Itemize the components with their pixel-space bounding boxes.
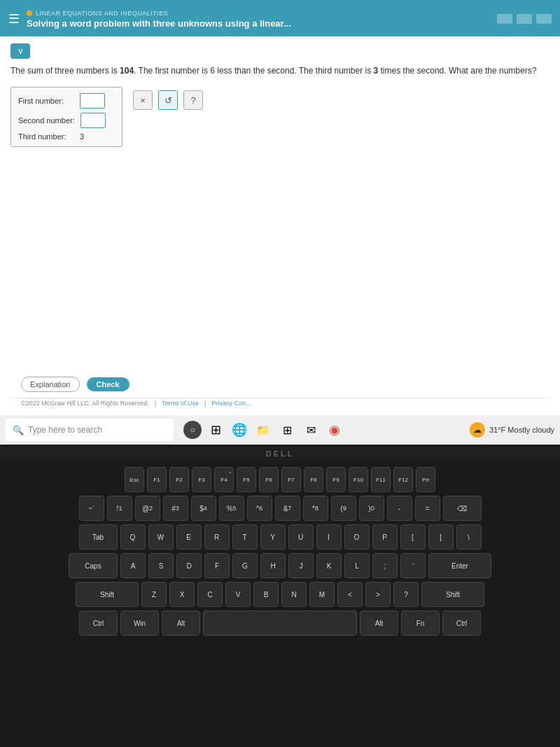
key-z[interactable]: Z	[141, 582, 167, 607]
taskbar-task-view[interactable]: ⊞	[206, 420, 225, 440]
key-tilde[interactable]: ~`	[79, 496, 104, 521]
key-v[interactable]: V	[225, 582, 251, 607]
second-number-row: Second number:	[18, 113, 115, 128]
key-3[interactable]: #3	[163, 496, 188, 521]
key-lbracket[interactable]: [	[400, 524, 426, 550]
key-f5[interactable]: F5	[237, 467, 256, 492]
key-win[interactable]: Win	[120, 610, 159, 636]
key-f6[interactable]: F6	[259, 467, 279, 492]
key-q[interactable]: Q	[120, 524, 146, 550]
search-bar[interactable]: 🔍 Type here to search	[6, 419, 174, 441]
key-semicolon[interactable]: ;	[372, 553, 398, 578]
key-f7[interactable]: F7	[281, 467, 301, 492]
key-enter[interactable]: Enter	[428, 553, 491, 578]
answer-area: First number: Second number: Third numbe…	[10, 87, 550, 147]
key-j[interactable]: J	[288, 553, 314, 578]
key-backspace[interactable]: ⌫	[443, 496, 482, 521]
key-k[interactable]: K	[316, 553, 342, 578]
key-r[interactable]: R	[204, 524, 230, 550]
key-6[interactable]: ^6	[247, 496, 272, 521]
key-f11[interactable]: F11	[371, 467, 391, 492]
taskbar-mail-icon[interactable]: ✉	[301, 420, 321, 440]
expand-button[interactable]: ∨	[10, 43, 30, 59]
top-bar-content: LINEAR EQUATIONS AND INEQUALITIES Solvin…	[27, 10, 490, 29]
key-rctrl[interactable]: Ctrl	[442, 610, 481, 636]
key-rshift[interactable]: Shift	[421, 582, 484, 607]
key-f4[interactable]: F4•	[214, 467, 234, 492]
second-number-input[interactable]	[80, 113, 106, 128]
laptop-logo: DELL	[0, 449, 560, 458]
key-minus[interactable]: -	[387, 496, 412, 521]
key-y[interactable]: Y	[260, 524, 286, 550]
key-g[interactable]: G	[232, 553, 258, 578]
key-7[interactable]: &7	[275, 496, 300, 521]
key-l[interactable]: L	[344, 553, 370, 578]
undo-action-button[interactable]: ↺	[158, 90, 178, 110]
key-i[interactable]: I	[316, 524, 342, 550]
key-x[interactable]: X	[169, 582, 195, 607]
key-rbracket[interactable]: ]	[428, 524, 454, 550]
key-0[interactable]: )0	[359, 496, 384, 521]
key-u[interactable]: U	[288, 524, 314, 550]
key-5[interactable]: %5	[219, 496, 244, 521]
key-f1[interactable]: F1	[147, 467, 167, 492]
key-e[interactable]: E	[176, 524, 202, 550]
key-ralt[interactable]: Alt	[360, 610, 398, 636]
key-lctrl[interactable]: Ctrl	[79, 610, 118, 636]
key-c[interactable]: C	[197, 582, 223, 607]
help-action-button[interactable]: ?	[183, 90, 203, 110]
explanation-button[interactable]: Explanation	[21, 377, 80, 392]
key-comma[interactable]: <	[337, 582, 363, 607]
key-f2[interactable]: F2	[169, 467, 189, 492]
win-close[interactable]	[536, 14, 552, 24]
win-maximize[interactable]	[517, 14, 532, 24]
key-f12[interactable]: F12	[393, 467, 413, 492]
key-prt[interactable]: Prt	[416, 467, 435, 492]
key-backslash[interactable]: \	[456, 524, 482, 550]
key-w[interactable]: W	[148, 524, 174, 550]
key-8[interactable]: *8	[303, 496, 328, 521]
key-o[interactable]: O	[344, 524, 370, 550]
terms-link[interactable]: Terms of Use	[162, 400, 199, 407]
key-space[interactable]	[203, 610, 357, 636]
taskbar-file-explorer[interactable]: 📁	[253, 420, 273, 440]
win-minimize[interactable]	[497, 14, 512, 24]
key-h[interactable]: H	[260, 553, 286, 578]
key-f10[interactable]: F10	[349, 467, 368, 492]
taskbar-edge-icon[interactable]: 🌐	[230, 420, 249, 440]
key-lshift[interactable]: Shift	[76, 582, 139, 607]
key-a[interactable]: A	[120, 553, 146, 578]
key-caps[interactable]: Caps	[69, 553, 118, 578]
privacy-link[interactable]: Privacy Con...	[211, 400, 251, 407]
key-s[interactable]: S	[148, 553, 174, 578]
key-d[interactable]: D	[176, 553, 202, 578]
menu-icon[interactable]: ☰	[8, 11, 20, 27]
key-esc[interactable]: Esc	[125, 467, 144, 492]
close-action-button[interactable]: ×	[133, 90, 153, 110]
key-n[interactable]: N	[281, 582, 307, 607]
key-4[interactable]: $4	[191, 496, 216, 521]
first-number-input[interactable]	[80, 93, 105, 109]
check-button[interactable]: Check	[87, 377, 130, 391]
key-quote[interactable]: '	[400, 553, 426, 578]
key-fn[interactable]: Fn	[401, 610, 440, 636]
key-tab[interactable]: Tab	[79, 524, 118, 550]
key-t[interactable]: T	[232, 524, 258, 550]
key-p[interactable]: P	[372, 524, 398, 550]
key-period[interactable]: >	[365, 582, 391, 607]
key-m[interactable]: M	[309, 582, 335, 607]
key-f8[interactable]: F8	[304, 467, 323, 492]
key-equals[interactable]: =	[415, 496, 440, 521]
key-2[interactable]: @2	[135, 496, 160, 521]
key-1[interactable]: !1	[107, 496, 132, 521]
taskbar-windows-store[interactable]: ⊞	[277, 420, 297, 440]
key-f3[interactable]: F3	[192, 467, 211, 492]
key-f[interactable]: F	[204, 553, 230, 578]
key-f9[interactable]: F9	[326, 467, 346, 492]
taskbar-chrome-icon[interactable]: ◉	[325, 420, 344, 440]
key-lalt[interactable]: Alt	[162, 610, 200, 636]
key-slash[interactable]: ?	[393, 582, 419, 607]
key-9[interactable]: (9	[331, 496, 356, 521]
taskbar-windows-button[interactable]: ○	[183, 421, 202, 439]
key-b[interactable]: B	[253, 582, 279, 607]
